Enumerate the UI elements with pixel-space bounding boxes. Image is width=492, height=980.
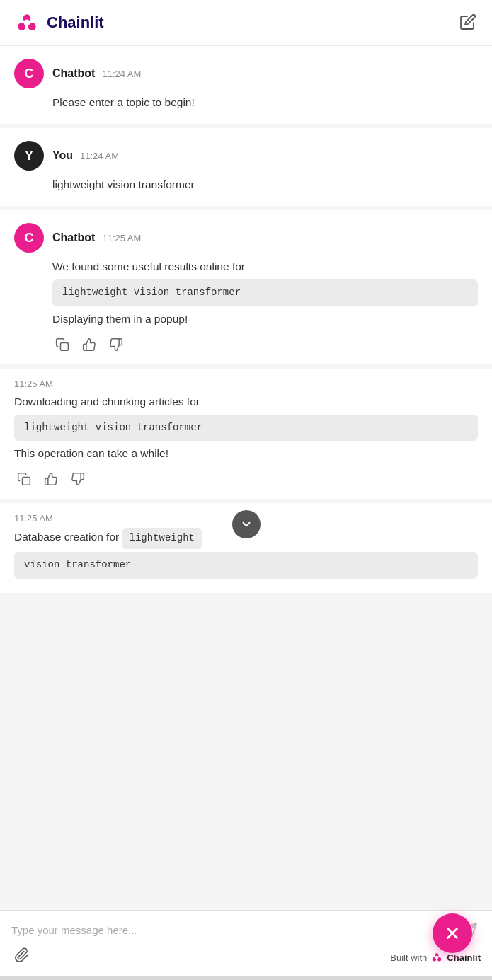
message-content: lightweight vision transformer [52,176,478,193]
sub-message-text-before: Downloading and chunking articles for [14,393,478,410]
message-text: Please enter a topic to begin! [52,94,478,111]
message-input[interactable] [11,920,452,940]
input-row [11,919,481,940]
message-actions [52,335,478,354]
svg-rect-4 [61,342,69,350]
logo-area: Chainlit [14,10,104,35]
sub-message-block: 11:25 AM Downloading and chunking articl… [0,369,492,500]
avatar: Y [14,141,44,171]
thumbs-up-button[interactable] [41,469,61,489]
message-content: Please enter a topic to begin! [52,94,478,111]
thumbs-down-button[interactable] [106,335,126,354]
svg-point-11 [435,956,439,959]
svg-point-3 [24,20,30,26]
attach-button[interactable] [11,945,33,970]
built-with-prefix: Built with [390,952,427,963]
message-header: C Chatbot 11:25 AM [14,223,478,253]
message-block: C Chatbot 11:24 AM Please enter a topic … [0,46,492,124]
sub-message-block: 11:25 AM Database creation for lightweig… [0,503,492,592]
sub-message-timestamp: 11:25 AM [14,379,478,389]
code-inline: lightweight vision transformer [14,415,478,442]
sub-message-content: Database creation for lightweight vision… [14,528,478,578]
code-inline: lightweight [122,528,202,549]
chat-area: C Chatbot 11:24 AM Please enter a topic … [0,46,492,910]
chainlit-footer-logo [430,951,443,964]
message-block: Y You 11:24 AM lightweight vision transf… [0,128,492,206]
sender-name: Chatbot [52,231,95,244]
avatar: C [14,59,44,88]
sender-time: 11:24 AM [102,69,141,79]
message-header: Y You 11:24 AM [14,141,478,171]
message-actions [14,469,478,489]
sub-message-content: Downloading and chunking articles for li… [14,393,478,490]
app-header: Chainlit [0,0,492,46]
sender-time: 11:25 AM [102,233,141,243]
sub-message-text-after: This operation can take a while! [14,445,478,462]
fab-close-button[interactable] [433,913,472,953]
message-text-after: Displaying them in a popup! [52,311,478,328]
message-header: C Chatbot 11:24 AM [14,59,478,88]
thumbs-down-button[interactable] [68,469,88,489]
bottom-divider [0,976,492,980]
svg-rect-5 [23,478,30,485]
copy-button[interactable] [52,335,72,354]
copy-button[interactable] [14,469,34,489]
message-text: lightweight vision transformer [52,176,478,193]
sender-info: You 11:24 AM [52,149,119,162]
built-with-brand: Chainlit [447,952,481,963]
message-block: C Chatbot 11:25 AM We found some useful … [0,210,492,364]
built-with: Built with Chainlit [390,951,481,964]
input-footer: Built with Chainlit [11,945,481,970]
avatar: C [14,223,44,253]
code-inline: lightweight vision transformer [52,279,478,306]
app-title: Chainlit [47,13,104,32]
code-inline: vision transformer [14,552,478,579]
sender-time: 11:24 AM [80,151,119,161]
sender-info: Chatbot 11:24 AM [52,67,141,80]
chainlit-logo-icon [14,10,40,35]
message-text-before: We found some useful results online for [52,258,478,275]
input-area: Built with Chainlit [0,910,492,976]
scroll-down-button[interactable] [232,510,261,538]
sender-name: Chatbot [52,67,95,80]
sender-name: You [52,149,73,162]
message-content: We found some useful results online for … [52,258,478,354]
new-chat-button[interactable] [458,13,478,33]
sender-info: Chatbot 11:25 AM [52,231,141,244]
thumbs-up-button[interactable] [79,335,99,354]
